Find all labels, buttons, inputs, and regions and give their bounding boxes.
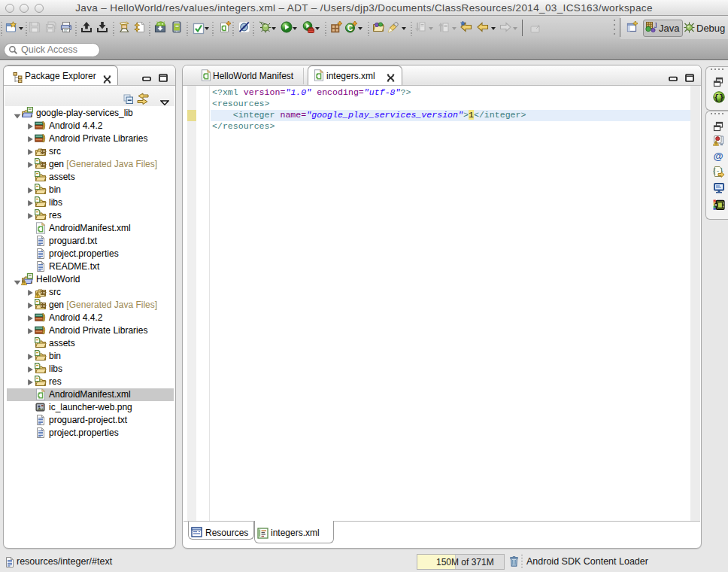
svg-text:C: C — [347, 24, 353, 32]
svg-text:J: J — [654, 21, 657, 29]
svg-text:@: @ — [713, 151, 723, 162]
svg-text:{}: {} — [714, 93, 723, 102]
